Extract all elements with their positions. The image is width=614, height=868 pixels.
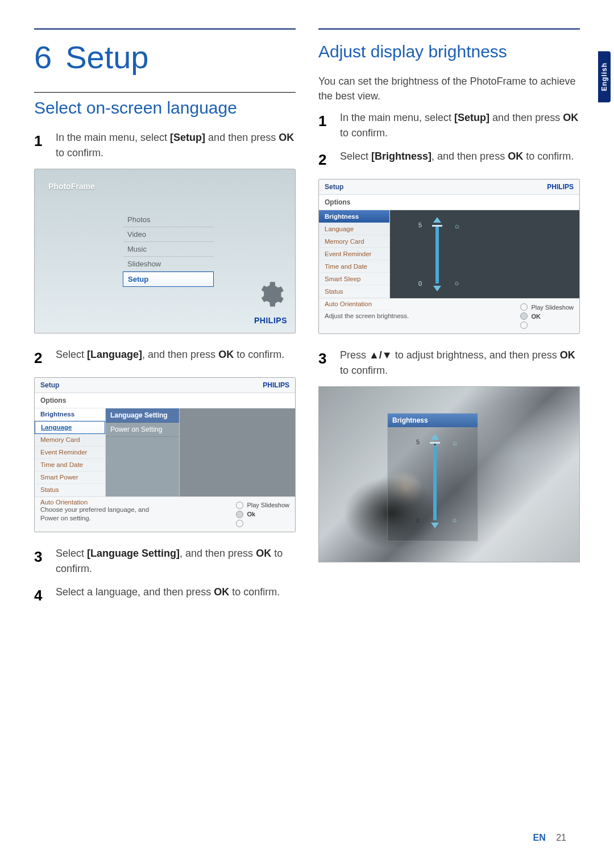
step-text: Select [Language Setting], and then pres…	[56, 546, 296, 577]
slider-max-label: 5	[418, 222, 422, 228]
screenshot-brightness-overlay: Brightness 5 0 ☼ ☼	[318, 386, 580, 562]
step-item: 3 Press ▲/▼ to adjust brightness, and th…	[318, 348, 580, 378]
slider-min-label: 0	[418, 280, 422, 287]
step-text: In the main menu, select [Setup] and the…	[340, 110, 580, 141]
submenu-item-selected[interactable]: Language Setting	[106, 408, 179, 423]
language-side-tab: English	[598, 51, 611, 102]
sidebar-item[interactable]: Smart Power	[35, 471, 105, 484]
menu-item[interactable]: Slideshow	[123, 257, 214, 272]
brightness-overlay: Brightness 5 0 ☼ ☼	[387, 413, 478, 541]
brand-logo: PHILIPS	[547, 183, 574, 191]
menu-item[interactable]: Music	[123, 242, 214, 257]
arrow-up-icon	[433, 217, 441, 223]
step-item: 3 Select [Language Setting], and then pr…	[34, 546, 296, 577]
right-column: Adjust display brightness You can set th…	[318, 28, 580, 615]
step-text: Press ▲/▼ to adjust brightness, and then…	[340, 348, 580, 378]
intro-text: You can set the brightness of the PhotoF…	[318, 74, 580, 103]
screenshot-photoframe-menu: PhotoFrame Photos Video Music Slideshow …	[34, 169, 296, 333]
slider-max-label: 5	[416, 439, 420, 445]
menu-item[interactable]: Photos	[123, 212, 214, 227]
up-dot-icon	[236, 502, 243, 509]
brightness-slider[interactable]: 5 0 ☼ ☼	[409, 216, 462, 293]
main-menu: Photos Video Music Slideshow Setup	[123, 212, 214, 287]
sidebar-item[interactable]: Status	[35, 484, 105, 496]
step-text: Select a language, and then press OK to …	[56, 585, 296, 600]
down-dot-icon	[236, 520, 243, 527]
ok-dot-icon	[520, 312, 528, 320]
options-bar: Options	[319, 195, 579, 210]
submenu: Language Setting Power on Setting	[106, 408, 180, 496]
chapter-title: Setup	[65, 39, 148, 75]
sidebar-item[interactable]: Event Reminder	[319, 248, 389, 260]
sidebar-item[interactable]: Auto Orientation	[319, 298, 389, 310]
sidebar-item[interactable]: Time and Date	[319, 260, 389, 273]
sidebar-item[interactable]: Language	[319, 223, 389, 235]
section-title-right: Adjust display brightness	[318, 40, 580, 61]
options-bar: Options	[35, 393, 295, 408]
slider-knob[interactable]	[432, 225, 442, 227]
step-item: 1 In the main menu, select [Setup] and t…	[318, 110, 580, 141]
footer-controls: Play Slideshow Ok	[236, 502, 289, 527]
sidebar-item[interactable]: Time and Date	[35, 459, 105, 471]
menu-item[interactable]: Video	[123, 227, 214, 242]
sun-large-icon: ☼	[451, 439, 458, 447]
down-dot-icon	[520, 322, 528, 329]
arrow-down-icon	[433, 286, 441, 291]
sidebar-item[interactable]: Smart Sleep	[319, 273, 389, 285]
step-item: 1 In the main menu, select [Setup] and t…	[34, 130, 296, 161]
step-number: 1	[34, 130, 56, 152]
step-number: 3	[34, 546, 56, 568]
setup-header: Setup	[40, 381, 59, 389]
sidebar-item[interactable]: Brightness	[35, 408, 105, 421]
chapter-heading: 6Setup	[34, 40, 296, 75]
screenshot-setup-brightness: Setup PHILIPS Options Brightness Languag…	[318, 179, 580, 334]
setup-header: Setup	[325, 183, 343, 191]
step-number: 2	[34, 347, 56, 369]
step-number: 1	[318, 110, 340, 132]
step-text: Select [Language], and then press OK to …	[56, 347, 296, 362]
slider-fill	[433, 446, 437, 520]
step-text: In the main menu, select [Setup] and the…	[56, 130, 296, 161]
footer-hint: Choose your preferred language, and Powe…	[40, 506, 154, 523]
brand-logo: PHILIPS	[263, 381, 289, 389]
footer-controls: Play Slideshow OK	[520, 303, 574, 329]
photoframe-title: PhotoFrame	[48, 182, 95, 191]
options-sidebar: Brightness Language Memory Card Event Re…	[35, 408, 106, 496]
step-number: 3	[318, 348, 340, 370]
top-rule-right	[318, 28, 580, 30]
footer-page-number: 21	[556, 833, 566, 842]
sidebar-item[interactable]: Event Reminder	[35, 446, 105, 459]
content-pane	[180, 408, 295, 496]
submenu-item[interactable]: Power on Setting	[106, 423, 179, 437]
sidebar-item[interactable]: Memory Card	[319, 235, 389, 248]
gear-icon	[255, 279, 285, 309]
sidebar-item[interactable]: Memory Card	[35, 434, 105, 446]
brightness-pane: 5 0 ☼ ☼	[390, 210, 579, 298]
footer-lang: EN	[533, 833, 546, 842]
section-title-left: Select on-screen language	[34, 92, 296, 118]
arrow-down-icon	[431, 523, 439, 528]
overlay-title: Brightness	[388, 414, 478, 427]
slider-fill	[435, 227, 439, 283]
step-item: 4 Select a language, and then press OK t…	[34, 585, 296, 607]
top-rule-left	[34, 28, 296, 30]
menu-item-selected[interactable]: Setup	[123, 272, 214, 287]
slider-knob[interactable]	[430, 442, 440, 444]
sidebar-item-selected[interactable]: Brightness	[319, 210, 389, 223]
sun-large-icon: ☼	[454, 222, 460, 230]
options-sidebar: Brightness Language Memory Card Event Re…	[319, 210, 390, 298]
brightness-slider[interactable]: 5 0 ☼ ☼	[407, 433, 459, 529]
brand-logo: PHILIPS	[254, 316, 287, 325]
left-column: 6Setup Select on-screen language 1 In th…	[34, 28, 296, 615]
chapter-number: 6	[34, 39, 52, 75]
step-item: 2 Select [Brightness], and then press OK…	[318, 149, 580, 171]
page-footer: EN 21	[533, 833, 566, 843]
step-text: Select [Brightness], and then press OK t…	[340, 149, 580, 164]
screenshot-setup-language: Setup PHILIPS Options Brightness Languag…	[34, 377, 296, 532]
ok-dot-icon	[236, 511, 243, 518]
up-dot-icon	[520, 303, 528, 311]
sidebar-item-selected[interactable]: Language	[35, 421, 105, 434]
step-number: 4	[34, 585, 56, 607]
sidebar-item[interactable]: Status	[319, 285, 389, 298]
step-number: 2	[318, 149, 340, 171]
